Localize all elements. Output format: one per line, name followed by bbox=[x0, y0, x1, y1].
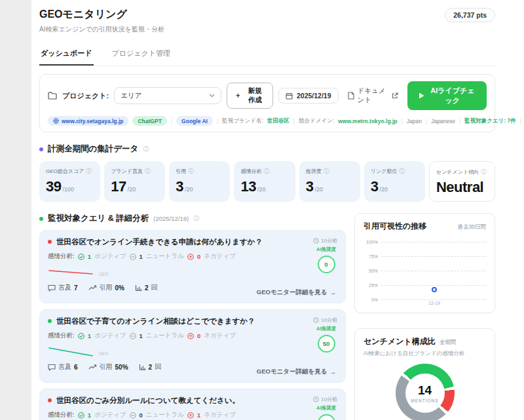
info-icon[interactable]: ⓘ bbox=[143, 145, 149, 153]
app-header: GEOモニタリング AI検索エンジンでの引用状況を監視・分析 26,737 pt… bbox=[39, 8, 495, 34]
trend-arrow-icon bbox=[88, 364, 97, 370]
sentiment-row: 感情分析: 1ポジティブ 1ニュートラル 0ネガティブ bbox=[48, 332, 337, 340]
page-title: GEOモニタリング bbox=[39, 8, 164, 22]
x-axis-label: 12-19 bbox=[428, 301, 440, 305]
speech-bubble-icon bbox=[48, 284, 56, 292]
metric-card-brand-mentions: ブランド言及ⓘ 17/20 bbox=[104, 161, 165, 202]
sentiment-composition-card: センチメント構成比 全期間 AI検索における自社ブランドの感情分析 14 MEN… bbox=[354, 328, 495, 420]
x-circle-icon bbox=[187, 333, 194, 339]
query-card: 世田谷区でオンライン手続きできる申請は何がありますか？ 10分前 感情分析: 1… bbox=[39, 230, 346, 303]
tab-project-management[interactable]: プロジェクト管理 bbox=[111, 45, 172, 66]
visibility-chart-card: 引用可視性の推移 過去30日間 100% 75% 50% 25% 0% 12-1… bbox=[354, 213, 495, 313]
query-time: 10分前 bbox=[321, 237, 337, 244]
project-label: プロジェクト: bbox=[62, 91, 109, 101]
clock-icon bbox=[313, 238, 319, 244]
info-icon[interactable]: ⓘ bbox=[263, 167, 269, 176]
sparkline-label: GEO bbox=[99, 351, 108, 357]
info-icon[interactable]: ⓘ bbox=[324, 167, 329, 176]
check-circle-icon bbox=[78, 333, 84, 339]
check-circle-icon bbox=[78, 412, 84, 419]
query-question: 世田谷区のごみ分別ルールについて教えてください。 bbox=[56, 396, 309, 406]
charts-column: 引用可視性の推移 過去30日間 100% 75% 50% 25% 0% 12-1… bbox=[354, 202, 495, 420]
date-value: 2025/12/19 bbox=[297, 92, 331, 100]
query-question: 世田谷区で子育てのオンライン相談はどこでできますか？ bbox=[56, 316, 309, 326]
visibility-chart-period: 過去30日間 bbox=[458, 223, 486, 231]
metric-card-geo-score: GEO総合スコアⓘ 39/100 bbox=[39, 161, 100, 202]
visibility-chart-title: 引用可視性の推移 bbox=[364, 221, 426, 232]
tab-dashboard[interactable]: ダッシュボード bbox=[39, 45, 94, 66]
check-circle-icon bbox=[78, 254, 84, 260]
competitor-label: 競合ドメイン: bbox=[299, 117, 334, 125]
geo-monitor-detail-link[interactable]: GEOモニター詳細を見る→ bbox=[257, 368, 336, 376]
main-grid: 監視対象クエリ & 詳細分析 (2025/12/19) ⓘ 世田谷区でオンライン… bbox=[39, 202, 495, 420]
document-link[interactable]: ドキュメント bbox=[348, 86, 398, 105]
ai-score-circle: 50 bbox=[318, 335, 335, 353]
arrow-right-icon: → bbox=[330, 368, 337, 375]
visibility-chart-plot: 100% 75% 50% 25% 0% 12-19 bbox=[364, 240, 486, 305]
new-project-label: 新規作成 bbox=[245, 86, 265, 105]
queries-section-title: 監視対象クエリ & 詳細分析 bbox=[48, 213, 149, 224]
sentiment-card-title: センチメント構成比 bbox=[364, 336, 436, 347]
info-icon[interactable]: ⓘ bbox=[399, 167, 405, 176]
info-icon[interactable]: ⓘ bbox=[188, 167, 194, 176]
queries-section-header: 監視対象クエリ & 詳細分析 (2025/12/19) ⓘ bbox=[39, 213, 346, 224]
document-link-label: ドキュメント bbox=[358, 86, 388, 105]
geo-sparkline: GEO bbox=[48, 265, 337, 278]
app-container: GEOモニタリング AI検索エンジンでの引用状況を監視・分析 26,737 pt… bbox=[31, 0, 524, 420]
speech-bubble-icon bbox=[48, 364, 56, 371]
chevron-down-icon bbox=[209, 94, 215, 98]
play-icon bbox=[419, 92, 424, 99]
minus-circle-icon bbox=[130, 254, 136, 260]
sentiment-card-period: 全期間 bbox=[440, 339, 457, 347]
x-circle-icon bbox=[187, 254, 194, 260]
sentiment-card-subtitle: AI検索における自社ブランドの感情分析 bbox=[364, 350, 486, 358]
ai-score-block: AI推奨度 50 bbox=[316, 326, 336, 353]
summary-section-title: 計測全期間の集計データ bbox=[48, 143, 138, 155]
status-dot-red bbox=[48, 398, 52, 402]
country-value: Japan bbox=[407, 118, 422, 124]
sparkline-label: GEO bbox=[99, 272, 108, 278]
info-icon[interactable]: ⓘ bbox=[481, 168, 487, 176]
metric-card-sentiment-trend: センチメント傾向ⓘ Neutral bbox=[429, 161, 495, 202]
ai-score-block: AI推奨度 0 bbox=[316, 246, 336, 273]
bar-chart-icon bbox=[139, 364, 146, 370]
query-card: 世田谷区のごみ分別ルールについて教えてください。 10分前 感情分析: 1ポジテ… bbox=[39, 389, 346, 420]
query-time: 10分前 bbox=[321, 316, 337, 324]
project-select[interactable]: エリア bbox=[114, 87, 221, 104]
queries-column: 監視対象クエリ & 詳細分析 (2025/12/19) ⓘ 世田谷区でオンライン… bbox=[39, 202, 346, 420]
query-card: 世田谷区で子育てのオンライン相談はどこでできますか？ 10分前 感情分析: 1ポ… bbox=[39, 309, 346, 383]
ai-score-circle: 0 bbox=[318, 414, 335, 420]
query-count: 監視対象クエリ: 7件 bbox=[464, 117, 516, 125]
info-icon[interactable]: ⓘ bbox=[193, 214, 199, 223]
query-question: 世田谷区でオンライン手続きできる申請は何がありますか？ bbox=[56, 237, 309, 247]
language-value: Japanese bbox=[431, 118, 455, 124]
summary-section-header: 計測全期間の集計データ ⓘ bbox=[39, 143, 495, 155]
mentions-label: MENTIONS bbox=[411, 398, 438, 403]
metric-card-link-rank: リンク順位ⓘ 3/20 bbox=[364, 161, 425, 202]
info-icon[interactable]: ⓘ bbox=[145, 167, 151, 176]
metric-card-recommendation: 推奨度ⓘ 3/20 bbox=[299, 161, 360, 202]
ai-live-check-button[interactable]: AIライブチェック bbox=[407, 81, 487, 110]
date-picker-button[interactable]: 2025/12/19 bbox=[278, 88, 339, 104]
toolbar-card: プロジェクト: エリア ＋ 新規作成 2025/12/19 bbox=[39, 74, 495, 132]
data-point[interactable] bbox=[432, 287, 437, 292]
minus-circle-icon bbox=[130, 333, 136, 339]
purple-bullet-icon bbox=[39, 147, 43, 151]
competitor-value: www.metro.tokyo.lg.jp bbox=[338, 118, 397, 124]
query-time: 10分前 bbox=[321, 396, 337, 403]
metric-card-sentiment-analysis: 感情分析ⓘ 13/20 bbox=[234, 161, 295, 202]
new-project-button[interactable]: ＋ 新規作成 bbox=[227, 83, 273, 109]
brand-label: 監視ブランド名: bbox=[222, 117, 263, 125]
calendar-icon bbox=[286, 92, 293, 100]
sentiment-row: 感情分析: 1ポジティブ 1ニュートラル 0ネガティブ bbox=[48, 252, 337, 261]
geo-monitor-detail-link[interactable]: GEOモニター詳細を見る→ bbox=[257, 288, 336, 297]
status-dot-green bbox=[48, 319, 52, 323]
tab-bar: ダッシュボード プロジェクト管理 bbox=[39, 45, 495, 66]
geo-sparkline: GEO bbox=[48, 344, 337, 357]
info-icon[interactable]: ⓘ bbox=[86, 167, 92, 176]
queries-section-date: (2025/12/19) bbox=[153, 215, 189, 222]
trend-arrow-icon bbox=[88, 284, 97, 291]
metric-card-citations: 引用ⓘ 3/20 bbox=[169, 161, 230, 202]
green-bullet-icon bbox=[39, 217, 43, 221]
engine-badge-google-ai: Google AI bbox=[176, 116, 213, 126]
